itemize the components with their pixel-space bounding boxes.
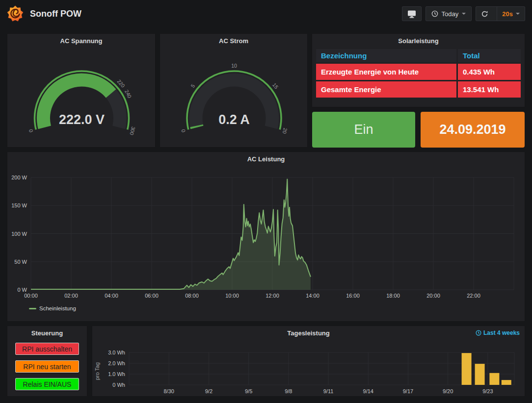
refresh-interval-label: 20s	[502, 10, 513, 18]
svg-text:3.0 Wh: 3.0 Wh	[108, 350, 125, 355]
svg-text:9/20: 9/20	[443, 388, 453, 394]
svg-text:20:00: 20:00	[426, 293, 440, 299]
svg-text:2.0 Wh: 2.0 Wh	[108, 360, 125, 366]
grafana-logo-icon[interactable]	[7, 5, 24, 22]
clock-icon	[431, 10, 438, 17]
panel-ac-spannung: AC Spannung 0220240300222.0 V	[7, 33, 156, 148]
date-value: 24.09.2019	[439, 122, 505, 137]
svg-text:200 W: 200 W	[11, 175, 27, 180]
svg-text:10: 10	[231, 63, 237, 69]
svg-text:16:00: 16:00	[346, 293, 360, 299]
svg-text:0 W: 0 W	[17, 287, 27, 293]
svg-text:9/23: 9/23	[482, 388, 493, 394]
svg-text:18:00: 18:00	[386, 293, 400, 299]
svg-text:150 W: 150 W	[11, 202, 27, 208]
svg-text:22:00: 22:00	[467, 293, 480, 299]
svg-text:10:00: 10:00	[225, 293, 239, 299]
svg-text:5: 5	[189, 83, 196, 89]
refresh-button[interactable]	[476, 7, 493, 21]
svg-text:08:00: 08:00	[185, 293, 199, 299]
chevron-down-icon	[462, 13, 466, 15]
svg-text:9/14: 9/14	[363, 388, 373, 394]
svg-text:1.0 Wh: 1.0 Wh	[108, 371, 125, 377]
svg-text:9/8: 9/8	[285, 388, 292, 394]
panel-title-solarleistung[interactable]: Solarleistung	[312, 34, 525, 45]
dashboard-title[interactable]: Sonoff POW	[30, 9, 81, 19]
refresh-interval-dropdown[interactable]: 20s	[497, 7, 525, 21]
top-nav: Sonoff POW Today	[0, 0, 532, 27]
chevron-down-icon	[516, 13, 520, 15]
row-value: 13.541 Wh	[458, 81, 521, 98]
svg-text:04:00: 04:00	[105, 293, 118, 299]
svg-text:14:00: 14:00	[306, 293, 319, 299]
panel-title-steuerung[interactable]: Steuerung	[7, 326, 87, 337]
row-name: Gesamte Energie	[316, 81, 456, 98]
legend-item-scheinleistung[interactable]: Scheinleistung	[29, 305, 76, 311]
column-header-bezeichnung[interactable]: Bezeichnung	[316, 49, 456, 62]
table-header-row: Bezeichnung Total	[316, 49, 521, 62]
svg-text:9/17: 9/17	[403, 388, 413, 394]
svg-text:20: 20	[282, 127, 289, 134]
svg-text:222.0 V: 222.0 V	[59, 112, 105, 127]
tagesleistung-chart[interactable]: 8/309/29/59/89/119/149/179/209/230 Wh1.0…	[92, 326, 526, 397]
svg-text:8/30: 8/30	[163, 388, 174, 394]
monitor-icon	[407, 10, 416, 18]
grafana-dashboard: Sonoff POW Today	[0, 0, 532, 403]
column-header-total[interactable]: Total	[458, 49, 521, 62]
refresh-controls: 20s	[476, 6, 525, 21]
panel-date: 24.09.2019	[421, 112, 525, 148]
svg-text:9/11: 9/11	[323, 388, 334, 394]
svg-text:0: 0	[27, 128, 34, 133]
svg-text:100 W: 100 W	[11, 231, 27, 237]
svg-text:300: 300	[129, 126, 136, 136]
svg-text:9/5: 9/5	[245, 388, 252, 394]
ac-strom-gauge: 051015200.2 A	[160, 34, 308, 148]
table-row: Erzeugte Energie von Heute 0.435 Wh	[316, 64, 521, 80]
svg-text:9/2: 9/2	[205, 388, 213, 394]
relay-toggle-button[interactable]: Relais EIN/AUS	[15, 378, 79, 390]
svg-text:12:00: 12:00	[266, 293, 279, 299]
time-range-label: Today	[442, 10, 459, 18]
panel-relay-state: Ein	[312, 112, 415, 148]
nav-actions: Today 20s	[402, 6, 525, 21]
panel-tagesleistung: Tagesleistung Last 4 weeks 8/309/29/59/8…	[92, 326, 525, 397]
panel-solarleistung: Solarleistung Bezeichnung Total Erzeugte…	[312, 33, 525, 107]
row-value: 0.435 Wh	[458, 64, 521, 80]
time-range-picker[interactable]: Today	[426, 6, 472, 21]
panel-steuerung: Steuerung RPI ausschalten RPI neu starte…	[7, 326, 87, 397]
ac-leistung-chart[interactable]: 0 W50 W100 W150 W200 W00:0002:0004:0006:…	[7, 152, 526, 322]
svg-text:15: 15	[271, 82, 280, 90]
tv-mode-button[interactable]	[402, 6, 422, 21]
svg-text:50 W: 50 W	[14, 259, 27, 265]
svg-text:02:00: 02:00	[64, 293, 78, 299]
svg-text:pro Tag: pro Tag	[94, 362, 100, 380]
rpi-restart-button[interactable]: RPI neu starten	[15, 360, 79, 373]
ac-spannung-gauge: 0220240300222.0 V	[7, 34, 156, 148]
control-buttons: RPI ausschalten RPI neu starten Relais E…	[7, 343, 87, 390]
row-name: Erzeugte Energie von Heute	[316, 64, 456, 80]
rpi-shutdown-button[interactable]: RPI ausschalten	[15, 343, 79, 355]
svg-text:0.2 A: 0.2 A	[218, 112, 250, 127]
panel-ac-leistung: AC Leistung 0 W50 W100 W150 W200 W00:000…	[7, 151, 525, 322]
series-color-dash	[29, 308, 36, 309]
svg-text:06:00: 06:00	[145, 293, 159, 299]
panel-ac-strom: AC Strom 051015200.2 A	[160, 33, 308, 148]
refresh-icon	[481, 10, 488, 18]
solar-table: Bezeichnung Total Erzeugte Energie von H…	[316, 49, 521, 98]
relay-state-value: Ein	[354, 122, 373, 137]
legend-label: Scheinleistung	[39, 305, 76, 311]
svg-text:0 Wh: 0 Wh	[112, 382, 125, 388]
svg-text:00:00: 00:00	[24, 293, 38, 299]
svg-text:0: 0	[180, 128, 186, 133]
table-row: Gesamte Energie 13.541 Wh	[316, 81, 521, 98]
